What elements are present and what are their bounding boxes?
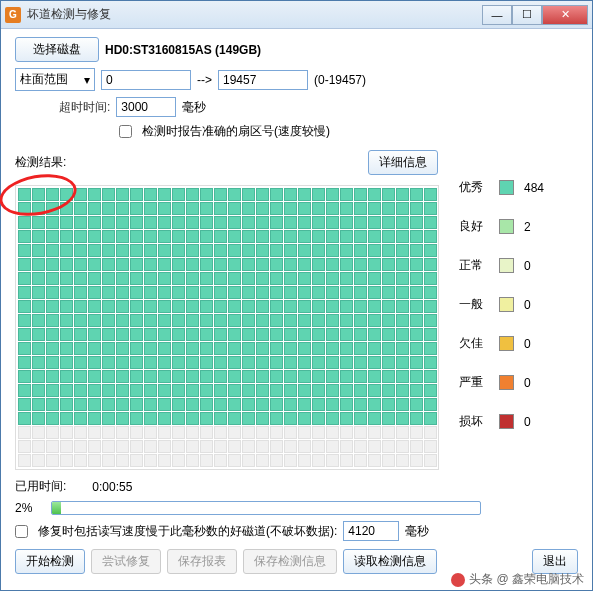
range-to-input[interactable] [218,70,308,90]
grid-cell [158,188,171,201]
detail-button[interactable]: 详细信息 [368,150,438,175]
range-from-input[interactable] [101,70,191,90]
grid-cell [116,272,129,285]
grid-cell [172,230,185,243]
maximize-button[interactable]: ☐ [512,5,542,25]
grid-cell [396,314,409,327]
grid-cell [242,272,255,285]
grid-cell [214,398,227,411]
grid-cell [298,286,311,299]
grid-cell [368,398,381,411]
repair-option-label: 修复时包括读写速度慢于此毫秒数的好磁道(不破坏数据): [38,523,337,540]
grid-cell [396,426,409,439]
grid-cell [410,454,423,467]
grid-cell [130,370,143,383]
grid-cell [60,342,73,355]
timeout-label: 超时时间: [59,99,110,116]
grid-cell [130,216,143,229]
grid-cell [200,314,213,327]
grid-cell [298,314,311,327]
range-type-dropdown[interactable]: 柱面范围 ▾ [15,68,95,91]
accurate-checkbox[interactable] [119,125,132,138]
grid-cell [158,230,171,243]
grid-cell [74,356,87,369]
grid-cell [312,426,325,439]
grid-cell [214,370,227,383]
grid-cell [186,216,199,229]
grid-cell [186,300,199,313]
grid-cell [172,328,185,341]
grid-cell [130,384,143,397]
grid-cell [186,426,199,439]
grid-cell [144,216,157,229]
save-report-button[interactable]: 保存报表 [167,549,237,574]
grid-cell [382,412,395,425]
grid-cell [340,370,353,383]
grid-cell [32,454,45,467]
grid-cell [270,454,283,467]
grid-cell [130,440,143,453]
grid-cell [270,216,283,229]
grid-cell [172,384,185,397]
grid-cell [74,328,87,341]
select-disk-button[interactable]: 选择磁盘 [15,37,99,62]
grid-cell [46,426,59,439]
grid-cell [172,244,185,257]
grid-cell [368,300,381,313]
grid-cell [396,384,409,397]
grid-cell [256,440,269,453]
grid-cell [368,188,381,201]
grid-cell [46,328,59,341]
grid-cell [116,230,129,243]
grid-cell [424,426,437,439]
grid-cell [312,202,325,215]
grid-cell [354,426,367,439]
save-info-button[interactable]: 保存检测信息 [243,549,337,574]
grid-cell [172,342,185,355]
window-title: 坏道检测与修复 [27,6,482,23]
grid-cell [186,412,199,425]
grid-cell [284,370,297,383]
minimize-button[interactable]: — [482,5,512,25]
repair-threshold-input[interactable] [343,521,399,541]
timeout-input[interactable] [116,97,176,117]
grid-cell [368,370,381,383]
titlebar[interactable]: G 坏道检测与修复 — ☐ ✕ [1,1,592,29]
grid-cell [284,188,297,201]
grid-cell [270,188,283,201]
grid-cell [396,440,409,453]
load-info-button[interactable]: 读取检测信息 [343,549,437,574]
grid-cell [298,356,311,369]
grid-cell [228,454,241,467]
grid-cell [32,440,45,453]
grid-cell [242,328,255,341]
grid-cell [144,230,157,243]
watermark: 头条 @ 鑫荣电脑技术 [451,571,584,588]
close-button[interactable]: ✕ [542,5,588,25]
grid-cell [354,258,367,271]
grid-cell [382,258,395,271]
grid-cell [424,286,437,299]
grid-cell [172,216,185,229]
grid-cell [354,398,367,411]
grid-cell [228,342,241,355]
repair-option-checkbox[interactable] [15,525,28,538]
grid-cell [158,370,171,383]
grid-cell [144,244,157,257]
grid-cell [130,244,143,257]
try-repair-button[interactable]: 尝试修复 [91,549,161,574]
grid-cell [284,356,297,369]
grid-cell [368,272,381,285]
grid-cell [46,272,59,285]
grid-cell [214,440,227,453]
chevron-down-icon: ▾ [84,73,90,87]
grid-cell [46,370,59,383]
grid-cell [158,300,171,313]
grid-cell [214,454,227,467]
grid-cell [410,286,423,299]
start-scan-button[interactable]: 开始检测 [15,549,85,574]
grid-cell [382,328,395,341]
grid-cell [284,286,297,299]
grid-cell [256,272,269,285]
grid-cell [130,454,143,467]
